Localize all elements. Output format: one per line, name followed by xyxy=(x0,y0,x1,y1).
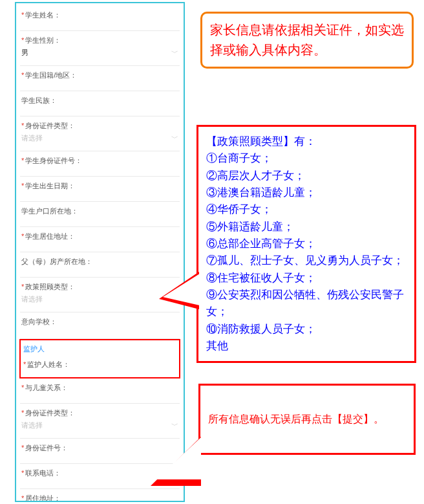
callout-parent-info: 家长信息请依据相关证件，如实选择或输入具体内容。 xyxy=(200,12,414,69)
field-label: *监护人姓名： xyxy=(23,360,176,369)
required-asterisk: * xyxy=(21,182,24,190)
field-placeholder: 请选择 xyxy=(21,421,43,430)
form-field[interactable]: *身份证件类型：请选择﹀ xyxy=(20,119,180,151)
field-label: 学生民族： xyxy=(21,96,178,105)
policy-title: 【政策照顾类型】有： xyxy=(206,133,407,150)
form-field[interactable]: *学生出生日期： xyxy=(20,179,180,202)
field-label: *居住地址： xyxy=(21,494,178,502)
mobile-form-mockup: *学生姓名：*学生性别：男﹀*学生国籍/地区：学生民族：*身份证件类型：请选择﹀… xyxy=(15,2,185,502)
field-label: *学生居住地址： xyxy=(21,232,178,241)
form-field[interactable]: *学生居住地址： xyxy=(20,230,180,252)
callout-confirm-submit: 所有信息确认无误后再点击【提交】。 xyxy=(198,384,416,455)
required-asterisk: * xyxy=(21,283,24,290)
policy-item: ⑦孤儿、烈士子女、见义勇为人员子女； xyxy=(206,252,407,269)
policy-item: ①台商子女； xyxy=(206,150,407,167)
policy-item: ④华侨子女； xyxy=(206,201,407,218)
required-asterisk: * xyxy=(21,11,24,19)
form-field[interactable]: *政策照顾类型：请选择﹀ xyxy=(20,280,180,312)
field-label: 意向学校： xyxy=(21,317,178,327)
field-placeholder: 请选择 xyxy=(21,294,43,304)
policy-item: 其他 xyxy=(206,338,407,355)
field-value-row: 请选择﹀ xyxy=(21,421,178,430)
field-label: *学生姓名： xyxy=(21,10,178,20)
policy-item: ⑧住宅被征收人子女； xyxy=(206,270,407,287)
form-field[interactable]: *联系电话： xyxy=(20,466,180,489)
field-placeholder: 请选择 xyxy=(21,133,43,143)
field-label: *联系电话： xyxy=(21,468,178,478)
field-label: *身份证件类型： xyxy=(21,408,178,418)
field-intention-school[interactable]: 意向学校： xyxy=(20,315,180,339)
field-value-row: 请选择﹀ xyxy=(21,133,178,143)
policy-item: ②高层次人才子女； xyxy=(206,168,407,184)
chevron-down-icon: ﹀ xyxy=(171,133,178,143)
required-asterisk: * xyxy=(21,409,24,417)
form-field[interactable]: *学生身份证件号： xyxy=(20,154,180,177)
field-value-row: 请选择﹀ xyxy=(21,294,178,304)
field-label: *身份证件号： xyxy=(21,443,178,453)
required-asterisk: * xyxy=(21,157,24,164)
field-label: *与儿童关系： xyxy=(21,383,178,393)
required-asterisk: * xyxy=(21,122,24,129)
field-label: *学生身份证件号： xyxy=(21,156,178,166)
required-asterisk: * xyxy=(21,232,24,240)
required-asterisk: * xyxy=(21,444,24,452)
field-value-row: 男﹀ xyxy=(21,48,178,58)
policy-item: ⑤外籍适龄儿童； xyxy=(206,219,407,236)
guardian-section-title: 监护人 xyxy=(22,340,178,355)
form-field[interactable]: *身份证件类型：请选择﹀ xyxy=(20,406,180,439)
policy-item: ⑩消防救援人员子女； xyxy=(206,321,407,338)
required-asterisk: * xyxy=(23,360,26,368)
field-guardian-name[interactable]: *监护人姓名： xyxy=(22,358,178,377)
form-field[interactable]: *居住地址： xyxy=(20,492,180,502)
policy-item: ⑨公安英烈和因公牺牲、伤残公安民警子女； xyxy=(206,287,407,321)
guardian-highlight-box: 监护人 *监护人姓名： xyxy=(19,339,180,378)
field-label: *学生出生日期： xyxy=(21,181,178,191)
field-label: 父（母）房产所在地： xyxy=(21,257,178,267)
policy-item: ⑥总部企业高管子女； xyxy=(206,236,407,252)
form-field[interactable]: *身份证件号： xyxy=(20,441,180,464)
chevron-down-icon: ﹀ xyxy=(171,48,178,58)
field-label: *政策照顾类型： xyxy=(21,282,178,292)
field-label: *学生国籍/地区： xyxy=(21,71,178,80)
form-field[interactable]: *与儿童关系： xyxy=(20,381,180,404)
field-value: 男 xyxy=(21,48,28,58)
chevron-down-icon: ﹀ xyxy=(171,421,178,430)
form-field[interactable]: *学生国籍/地区： xyxy=(20,69,180,91)
form-area: *学生姓名：*学生性别：男﹀*学生国籍/地区：学生民族：*身份证件类型：请选择﹀… xyxy=(16,3,184,502)
required-asterisk: * xyxy=(21,469,24,477)
form-field[interactable]: 父（母）房产所在地： xyxy=(20,255,180,278)
required-asterisk: * xyxy=(21,36,24,44)
policy-item: ③港澳台籍适龄儿童； xyxy=(206,184,407,201)
form-field[interactable]: *学生姓名： xyxy=(20,8,180,31)
form-field[interactable]: *学生性别：男﹀ xyxy=(20,34,180,66)
required-asterisk: * xyxy=(21,71,24,79)
field-label: 学生户口所在地： xyxy=(21,206,178,216)
field-label: *学生性别： xyxy=(21,36,178,45)
field-label: *身份证件类型： xyxy=(21,121,178,131)
required-asterisk: * xyxy=(21,494,24,502)
form-field[interactable]: 学生民族： xyxy=(20,94,180,116)
chevron-down-icon: ﹀ xyxy=(171,294,178,304)
callout-policy-types: 【政策照顾类型】有： ①台商子女；②高层次人才子女；③港澳台籍适龄儿童；④华侨子… xyxy=(196,125,416,363)
form-field[interactable]: 学生户口所在地： xyxy=(20,204,180,227)
required-asterisk: * xyxy=(21,384,24,391)
